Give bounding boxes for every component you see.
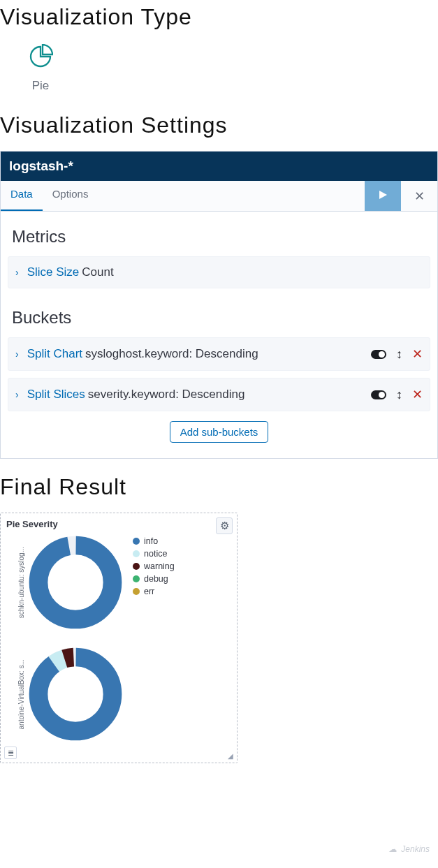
chart-row-label: antoine-VirtualBox: s...	[17, 659, 25, 729]
chart-row: antoine-VirtualBox: s...	[17, 645, 124, 743]
legend: info notice warning debug err	[133, 534, 175, 743]
enable-toggle[interactable]	[371, 350, 386, 359]
gear-icon: ⚙	[220, 520, 229, 532]
index-pattern-header[interactable]: logstash-*	[1, 152, 437, 181]
tab-options[interactable]: Options	[43, 181, 98, 211]
data-table-button[interactable]: ≣	[4, 746, 17, 759]
discard-button[interactable]: ✕	[401, 181, 437, 211]
legend-item[interactable]: warning	[133, 561, 175, 571]
donut-chart	[27, 534, 124, 631]
svg-marker-0	[379, 191, 387, 199]
tab-data[interactable]: Data	[1, 181, 43, 211]
legend-label: err	[144, 587, 154, 596]
buckets-section-title: Buckets	[12, 308, 426, 328]
bucket-row: › Split Chart sysloghost.keyword: Descen…	[8, 337, 430, 371]
legend-swatch	[133, 575, 140, 582]
legend-label: info	[144, 536, 158, 546]
legend-swatch	[133, 538, 140, 545]
bucket-label[interactable]: Split Chart	[27, 347, 82, 361]
drag-handle-icon[interactable]: ↕	[396, 388, 402, 402]
metric-desc: Count	[82, 265, 113, 279]
enable-toggle[interactable]	[371, 390, 386, 399]
add-sub-buckets-button[interactable]: Add sub-buckets	[170, 421, 269, 443]
chevron-right-icon[interactable]: ›	[15, 267, 19, 278]
legend-swatch	[133, 550, 140, 557]
list-icon: ≣	[8, 749, 14, 758]
chart-row: schkn-ubuntu: syslog...	[17, 534, 124, 631]
drag-handle-icon[interactable]: ↕	[396, 347, 402, 362]
metric-row: › Slice Size Count	[8, 256, 430, 288]
svg-point-2	[38, 545, 112, 619]
legend-label: warning	[144, 561, 175, 571]
settings-panel: logstash-* Data Options ✕ Metrics › Slic…	[0, 151, 438, 459]
apply-button[interactable]	[365, 181, 401, 211]
svg-point-4	[38, 657, 112, 731]
play-icon	[377, 189, 388, 203]
close-icon: ✕	[412, 346, 423, 362]
legend-item[interactable]: debug	[133, 574, 175, 584]
vis-type-label: Pie	[20, 79, 61, 93]
heading-final-result: Final Result	[0, 474, 438, 500]
settings-button[interactable]: ⚙	[216, 517, 233, 534]
legend-item[interactable]: info	[133, 536, 175, 546]
resize-handle[interactable]: ◢	[228, 752, 233, 760]
heading-vis-settings: Visualization Settings	[0, 112, 438, 138]
donut-chart	[27, 645, 124, 743]
metrics-section-title: Metrics	[12, 227, 426, 247]
bucket-desc: severity.keyword: Descending	[88, 388, 245, 402]
legend-swatch	[133, 588, 140, 595]
legend-label: notice	[144, 549, 167, 559]
close-icon: ✕	[412, 387, 423, 402]
metric-label[interactable]: Slice Size	[27, 265, 80, 279]
result-title: Pie Severity	[6, 519, 231, 529]
chart-row-label: schkn-ubuntu: syslog...	[17, 547, 25, 618]
bucket-label[interactable]: Split Slices	[27, 388, 85, 402]
legend-item[interactable]: notice	[133, 549, 175, 559]
pie-chart-icon	[28, 59, 53, 71]
panel-body: Metrics › Slice Size Count Buckets › Spl…	[1, 212, 437, 458]
legend-swatch	[133, 563, 140, 570]
close-icon: ✕	[414, 189, 425, 204]
bucket-row: › Split Slices severity.keyword: Descend…	[8, 378, 430, 411]
result-panel: Pie Severity ⚙ schkn-ubuntu: syslog... a…	[0, 513, 238, 763]
chevron-right-icon[interactable]: ›	[15, 348, 19, 360]
tabs-row: Data Options ✕	[1, 181, 437, 212]
bucket-desc: sysloghost.keyword: Descending	[85, 347, 258, 361]
vis-type-card[interactable]: Pie	[20, 44, 61, 93]
legend-item[interactable]: err	[133, 587, 175, 596]
remove-button[interactable]: ✕	[412, 346, 423, 362]
legend-label: debug	[144, 574, 168, 584]
chevron-right-icon[interactable]: ›	[15, 389, 19, 400]
remove-button[interactable]: ✕	[412, 387, 423, 402]
heading-vis-type: Visualization Type	[0, 4, 438, 30]
